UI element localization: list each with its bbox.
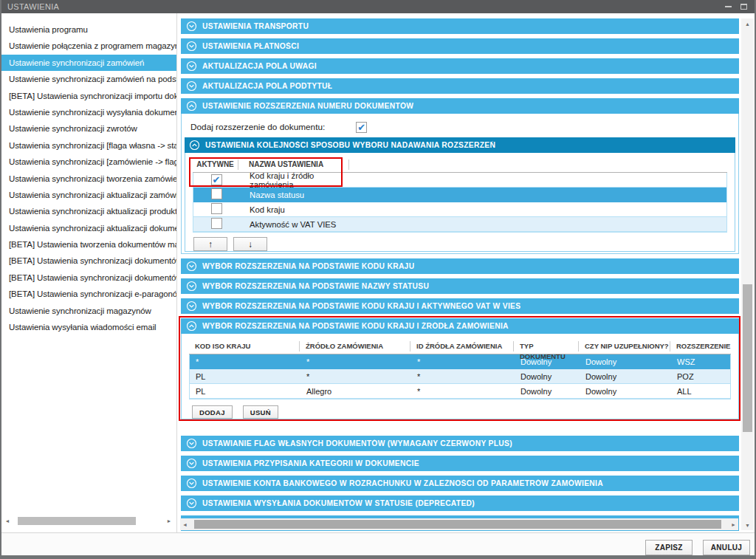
- arrow-down-icon: ↓: [248, 239, 252, 250]
- chevron-up-circle-icon: [186, 100, 197, 112]
- section-label: USTAWIENIA WYSYŁANIA DOKUMENTÓW W STATUS…: [202, 499, 475, 507]
- row-checkbox[interactable]: ✔: [211, 218, 222, 229]
- extension-order-panel: AKTYWNE NAZWA USTAWIENIA ✔ Kod kraju i ź…: [185, 153, 735, 252]
- column-header-extension: ROZSZERZENIE: [670, 342, 731, 350]
- sidebar-item-document-update-sync[interactable]: Ustawienia synchronizacji aktualizacji d…: [1, 220, 176, 236]
- add-row-button[interactable]: DODAJ: [192, 405, 233, 419]
- content-vertical-scrollbar[interactable]: ▲ ▼: [741, 18, 754, 530]
- content-horizontal-scrollbar[interactable]: ◄ ►: [180, 518, 738, 530]
- sidebar-item-returns-sync[interactable]: Ustawienie synchronizacji zwrotów: [1, 120, 176, 137]
- sidebar-item-program-settings[interactable]: Ustawienia programu: [1, 21, 176, 38]
- sidebar-scrollbar-track[interactable]: [12, 516, 165, 526]
- section-header-ext-country-vat-vies[interactable]: WYBÓR ROZSZERZENIA NA PODSTAWIE KODU KRA…: [181, 298, 739, 314]
- section-header-ext-country-order-source[interactable]: WYBÓR ROZSZERZENIA NA PODSTAWIE KODU KRA…: [181, 318, 739, 334]
- section-header-subtitle-field-update[interactable]: AKTUALIZACJA POLA PODTYTUŁ: [181, 78, 739, 94]
- section-header-sending-documents-status[interactable]: USTAWIENIA WYSYŁANIA DOKUMENTÓW W STATUS…: [181, 495, 739, 511]
- remove-row-button[interactable]: USUŃ: [243, 405, 278, 419]
- section-header-ext-status-name[interactable]: WYBÓR ROZSZERZENIA NA PODSTAWIE NAZWY ST…: [181, 278, 739, 294]
- sidebar-item-product-update-sync[interactable]: Ustawienia synchronizacji aktualizacji p…: [1, 203, 176, 219]
- sidebar-item-order-update-sync[interactable]: Ustawienia synchronizacji aktualizacji z…: [1, 187, 176, 203]
- move-down-button[interactable]: ↓: [233, 237, 267, 251]
- maximize-icon[interactable]: [740, 4, 747, 10]
- sidebar-item-warehouse-connection[interactable]: Ustawienie połączenia z programem magazy…: [1, 38, 176, 54]
- sidebar-item-order-to-flag[interactable]: Ustawienia synchronizacji [zamówienie ->…: [1, 154, 176, 170]
- chevron-up-circle-icon: [189, 140, 200, 151]
- section-header-transport[interactable]: USTAWIENIA TRANSPORTU: [181, 18, 739, 34]
- sidebar-scrollbar-thumb[interactable]: [18, 517, 136, 525]
- window-title: USTAWIENIA: [7, 2, 59, 11]
- order-table-row[interactable]: ✔ Aktywność w VAT VIES: [193, 217, 726, 232]
- section-label: WYBÓR ROZSZERZENIA NA PODSTAWIE KODU KRA…: [202, 302, 520, 310]
- chevron-down-circle-icon: [186, 61, 197, 72]
- source-table-body: * * * Dowolny Dowolny WSZ PL * * Dowolny: [189, 354, 731, 399]
- chevron-down-circle-icon: [186, 281, 197, 292]
- title-bar: USTAWIENIA: [1, 0, 755, 13]
- chevron-down-circle-icon: [186, 498, 197, 509]
- chevron-down-circle-icon: [186, 41, 197, 52]
- row-checkbox[interactable]: ✔: [211, 203, 222, 214]
- settings-content: USTAWIENIA TRANSPORTU USTAWIENIA PŁATNOŚ…: [177, 13, 741, 532]
- sidebar-horizontal-scrollbar[interactable]: ◄ ►: [3, 515, 173, 527]
- sidebar-item-beta-warehouse-documents[interactable]: [BETA] Ustawienia tworzenia dokumentów m…: [1, 236, 176, 253]
- chevron-down-circle-icon: [186, 478, 197, 489]
- setting-name-cell: Kod kraju: [239, 205, 350, 214]
- sidebar-item-order-sync-journal[interactable]: Ustawienie synchronizacji zamówień na po…: [1, 71, 176, 87]
- sidebar-item-beta-supplier-documents[interactable]: [BETA] Ustawienia synchronizacji dokumen…: [1, 253, 176, 269]
- sidebar-item-order-sync[interactable]: Ustawienie synchronizacji zamówień: [1, 55, 176, 71]
- save-button[interactable]: ZAPISZ: [645, 540, 693, 555]
- sidebar-item-flag-to-status[interactable]: Ustawienia synchronizacji [flaga własna …: [1, 137, 176, 154]
- section-header-notes-field-update[interactable]: AKTUALIZACJA POLA UWAGI: [181, 58, 739, 74]
- sidebar-item-warehouse-sync[interactable]: Ustawienie synchronizacji magazynów: [1, 303, 176, 319]
- sidebar-item-document-sending-sync[interactable]: Ustawienie synchronizacji wysyłania doku…: [1, 104, 176, 120]
- column-header-nip-filled: CZY NIP UZUPEŁNIONY?: [579, 341, 670, 351]
- subsection-label: USTAWIENIA KOLEJNOŚCI SPOSOBU WYBORU NAD…: [205, 141, 495, 149]
- reorder-buttons: ↑ ↓: [193, 237, 727, 251]
- section-header-category-assignment[interactable]: USTAWIENIA PRZYPISANIA KATEGORII W DOKUM…: [181, 456, 739, 471]
- sidebar-item-order-creation-sync[interactable]: Ustawienia synchronizacji tworzenia zamó…: [1, 171, 176, 187]
- scroll-up-icon[interactable]: ▲: [741, 18, 754, 29]
- chevron-down-circle-icon: [186, 21, 197, 32]
- ext-country-order-source-section: WYBÓR ROZSZERZENIA NA PODSTAWIE KODU KRA…: [181, 318, 739, 419]
- subsection-header-extension-order[interactable]: USTAWIENIA KOLEJNOŚCI SPOSOBU WYBORU NAD…: [185, 137, 735, 153]
- scroll-right-icon[interactable]: ►: [165, 518, 173, 524]
- content-scrollbar-track[interactable]: [190, 519, 729, 529]
- scroll-down-icon[interactable]: ▼: [741, 520, 754, 530]
- order-table-row[interactable]: ✔ Kod kraju i źródło zamówienia: [193, 173, 726, 188]
- vertical-scrollbar-thumb[interactable]: [743, 284, 752, 432]
- section-label: USTAWIENIA PRZYPISANIA KATEGORII W DOKUM…: [202, 459, 419, 467]
- source-table-row[interactable]: PL * * Dowolny Dowolny POZ: [190, 369, 730, 384]
- sidebar-item-email-sending[interactable]: Ustawienia wysyłania wiadomości email: [1, 319, 176, 335]
- order-table-row[interactable]: ✔ Kod kraju: [193, 202, 726, 217]
- minimize-icon[interactable]: [725, 6, 732, 7]
- section-label: USTAWIENIE KONTA BANKOWEGO W ROZRACHUNKU…: [202, 479, 603, 487]
- section-header-document-number-extension[interactable]: USTAWIENIE ROZSZERZENIA NUMERU DOKUMENTÓ…: [181, 98, 739, 114]
- section-label: USTAWIENIA TRANSPORTU: [202, 22, 309, 30]
- column-header-active: AKTYWNE: [193, 160, 238, 170]
- country-order-source-panel: KOD ISO KRAJU ŹRÓDŁO ZAMÓWIENIA ID ŹRÓDŁ…: [181, 334, 739, 419]
- section-header-own-flags[interactable]: USTAWIANIE FLAG WŁASNYCH DOKUMENTÓW (WYM…: [181, 436, 739, 451]
- add-extension-checkbox[interactable]: ✔: [356, 122, 367, 133]
- sidebar-item-beta-document-import[interactable]: [BETA] Ustawienia synchronizacji importu…: [1, 88, 176, 104]
- scroll-left-icon[interactable]: ◄: [180, 522, 190, 527]
- window-body: Ustawienia programu Ustawienie połączeni…: [1, 13, 755, 532]
- scroll-right-icon[interactable]: ►: [729, 522, 738, 527]
- check-icon: ✔: [357, 123, 365, 132]
- scroll-left-icon[interactable]: ◄: [3, 518, 12, 524]
- sidebar-item-beta-warehouse-docs-sync[interactable]: [BETA] Ustawienia synchronizacji dokumen…: [1, 270, 176, 286]
- row-checkbox[interactable]: ✔: [211, 174, 222, 185]
- source-table-row[interactable]: * * * Dowolny Dowolny WSZ: [190, 354, 730, 369]
- settings-window: USTAWIENIA Ustawienia programu Ustawieni…: [0, 0, 756, 559]
- settings-sidebar: Ustawienia programu Ustawienie połączeni…: [1, 13, 177, 532]
- section-header-ext-country-code[interactable]: WYBÓR ROZSZERZENIA NA PODSTAWIE KODU KRA…: [181, 258, 739, 274]
- section-header-bank-account[interactable]: USTAWIENIE KONTA BANKOWEGO W ROZRACHUNKU…: [181, 476, 739, 491]
- order-table-row[interactable]: ✔ Nazwa statusu: [193, 188, 726, 202]
- row-checkbox[interactable]: ✔: [211, 188, 222, 199]
- column-header-order-source-id: ID ŹRÓDŁA ZAMÓWIENIA: [410, 341, 514, 351]
- move-up-button[interactable]: ↑: [193, 237, 227, 251]
- content-scrollbar-thumb[interactable]: [194, 520, 721, 529]
- cancel-button[interactable]: ANULUJ: [703, 540, 750, 555]
- source-table-row[interactable]: PL Allegro * Dowolny Dowolny ALL: [190, 384, 730, 399]
- section-label: WYBÓR ROZSZERZENIA NA PODSTAWIE KODU KRA…: [202, 322, 509, 330]
- sidebar-item-beta-ereceipts[interactable]: [BETA] Ustawienia synchronizacji e-parag…: [1, 286, 176, 302]
- section-header-payments[interactable]: USTAWIENIA PŁATNOŚCI: [181, 38, 739, 54]
